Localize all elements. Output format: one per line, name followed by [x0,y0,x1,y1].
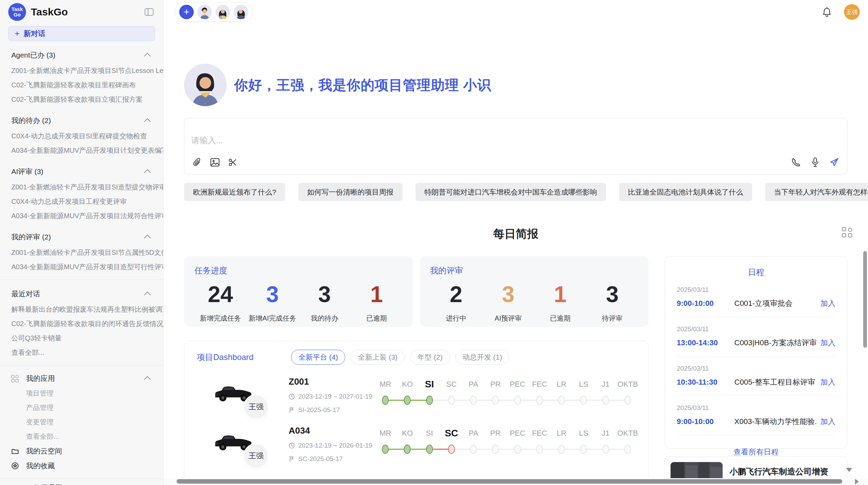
project-owner-badge: 王强 [243,443,269,469]
flag-icon [289,407,295,413]
sidebar-item-cloud-space[interactable]: 我的云空间 [11,444,163,458]
milestone-dot [448,445,455,454]
milestone-mr: MR [374,378,396,405]
vertical-scrollbar-thumb[interactable] [863,251,867,348]
suggestion-chip[interactable]: 如何写一份清晰的项目周报 [298,183,402,201]
user-avatar[interactable]: 王强 [844,4,860,20]
project-flag-milestone: SI-2025-05-17 [289,406,374,414]
notification-bell-icon[interactable] [822,7,832,17]
scissors-icon[interactable] [227,157,239,168]
milestone-dot [382,396,389,405]
recent-chat-item[interactable]: 公司Q3轻卡销量 [11,331,163,345]
sidebar-task-item[interactable]: A034-全新新能源MUV产品开发项目法规符合性评审 [11,209,163,223]
sidebar-item-ai-staff[interactable]: AI超级员工 [11,480,163,485]
sidebar-task-item[interactable]: A034-全新新能源MUV产品开发项目计划变更表编写 [11,143,163,158]
briefing-left-column: 任务进度 24 新增完成任务 3 新增AI完成任务 [184,256,649,485]
event-name: X003-车辆动力学性能验... [734,416,816,427]
new-chat-button[interactable]: + 新对话 [8,26,155,41]
suggestion-chip[interactable]: 欧洲新规最近颁布了什么? [184,183,285,201]
sidebar: Task Go TaskGo + 新对话 Agent已办 (3) Z001-全新… [0,0,164,485]
section-recent-chats[interactable]: 最近对话 [11,289,151,299]
view-all-schedule-link[interactable]: 查看所有日程 [677,447,835,457]
section-ai-review[interactable]: AI评审 (3) [11,167,151,176]
sidebar-task-item[interactable]: Z001-全新燃油轻卡产品开发项目SI造型提交物评审 [11,180,163,194]
scroll-right-arrow[interactable] [855,479,859,484]
microphone-icon[interactable] [809,157,821,168]
stats-row: 任务进度 24 新增完成任务 3 新增AI完成任务 [184,256,649,327]
member-avatar[interactable] [234,5,248,19]
stat-overdue: 1 已逾期 [351,282,403,323]
recent-chat-item[interactable]: 解释最新出台的欧盟报废车法规再生塑料比例被调至15%... [11,302,163,316]
milestone-sc: SC [441,378,462,405]
milestone-sc: SC [441,427,462,454]
insert-image-icon[interactable] [209,157,221,168]
project-row[interactable]: 王强 A034 2023-12-19 ~ 2026-01-19 [194,425,639,463]
project-info: Z001 2023-12-19 ~ 2027-01-19 SI-2025-05-… [289,376,374,414]
section-my-review[interactable]: 我的评审 (2) [11,232,151,242]
event-date: 2025/03/11 [677,404,835,412]
section-agent-done[interactable]: Agent已办 (3) [11,50,151,60]
sidebar-task-item[interactable]: C02-飞腾新能源轻客改款项目立项汇报方案 [11,92,163,107]
app-item-change-mgmt[interactable]: 变更管理 [11,415,163,429]
tab-model-year[interactable]: 年型 (2) [410,350,450,365]
briefing-layout-icon[interactable] [842,227,852,239]
milestone-ko: KO [396,378,418,405]
section-my-apps[interactable]: 我的应用 [11,374,151,383]
sidebar-item-favorites[interactable]: 我的收藏 [11,458,163,473]
sidebar-task-item[interactable]: Z001-全新燃油轻卡产品开发项目SI节点属性5D文件评审 [11,245,163,260]
recent-chat-item[interactable]: C02-飞腾新能源轻客改款项目的闭环通告反馈情况 [11,316,163,331]
milestone-ls: LS [572,378,594,405]
suggestion-chip[interactable]: 当下年轻人对汽车外观有怎样的喜好趋势 [765,183,868,201]
horizontal-scrollbar-thumb[interactable] [177,479,842,484]
event-join-link[interactable]: 加入 [820,298,835,309]
suggestion-chip[interactable]: 特朗普可能对进口汽车增税会对中国车企造成哪些影响 [415,183,606,201]
event-name: C003|H0B-方案冻结评审 [734,338,816,348]
section-title: Agent已办 (3) [11,50,146,60]
sidebar-task-item[interactable]: C0X4-动力总成开发项目工程变更评审 [11,194,163,209]
milestone-pr: PR [484,378,506,405]
project-car-image: 王强 [213,425,265,460]
milestone-dot [536,445,543,454]
member-avatar[interactable] [197,5,212,19]
suggestion-chip[interactable]: 比亚迪全固态电池计划具体说了什么 [619,183,752,201]
voice-call-icon[interactable] [790,157,802,168]
milestone-dot [558,396,565,405]
milestone-pec: PEC [507,427,529,454]
event-join-link[interactable]: 加入 [820,377,835,387]
sidebar-header: Task Go TaskGo [0,0,163,24]
event-date: 2025/03/11 [677,286,835,294]
tab-new-body[interactable]: 全新上装 (3) [351,350,405,365]
event-join-link[interactable]: 加入 [820,338,835,348]
app-item-product-mgmt[interactable]: 产品管理 [11,400,163,415]
scroll-down-arrow[interactable] [846,468,852,472]
chat-input[interactable] [191,124,840,157]
dashboard-title: 项目Dashboard [197,352,253,363]
attach-file-icon[interactable] [191,157,203,168]
sidebar-collapse-icon[interactable] [145,8,154,16]
stat-in-progress: 2 进行中 [430,282,482,323]
tab-new-platform[interactable]: 全新平台 (4) [291,350,345,365]
card-title: 任务进度 [194,265,403,276]
send-icon[interactable] [829,157,840,168]
divider [677,317,835,317]
divider [0,478,163,479]
project-car-image: 王强 [213,376,265,411]
event-name: C005-整车工程目标评审 [734,377,816,387]
section-my-todo[interactable]: 我的待办 (2) [11,116,151,125]
view-all-chats-link[interactable]: 查看全部... [11,345,163,360]
sidebar-task-item[interactable]: C0X4-动力总成开发项目SI里程碑提交物检查 [11,129,163,143]
app-item-project-mgmt[interactable]: 项目管理 [11,386,163,400]
milestone-oktb: OKTB [617,427,639,454]
project-row[interactable]: 王强 Z001 2023-12-19 ~ 2027-01-19 [194,376,639,414]
milestone-dot [514,396,521,405]
event-join-link[interactable]: 加入 [820,416,835,427]
sidebar-task-item[interactable]: A034-全新新能源MUV产品开发项目造型可行性评审 [11,260,163,274]
member-avatar[interactable] [216,5,230,19]
milestone-j1: J1 [595,378,617,405]
sidebar-task-item[interactable]: Z001-全新燃油皮卡产品开发项目SI节点Lesson Learn报告 [11,63,163,78]
add-member-button[interactable]: + [179,5,194,19]
tab-powertrain[interactable]: 动总开发 (1) [455,350,509,365]
view-all-apps-link[interactable]: 查看全部... [11,429,163,444]
milestone-track: MRKOSISCPAPRPECFECLRLSJ1OKTB [374,378,639,405]
sidebar-task-item[interactable]: C02-飞腾新能源轻客改款项目里程碑画布 [11,78,163,92]
